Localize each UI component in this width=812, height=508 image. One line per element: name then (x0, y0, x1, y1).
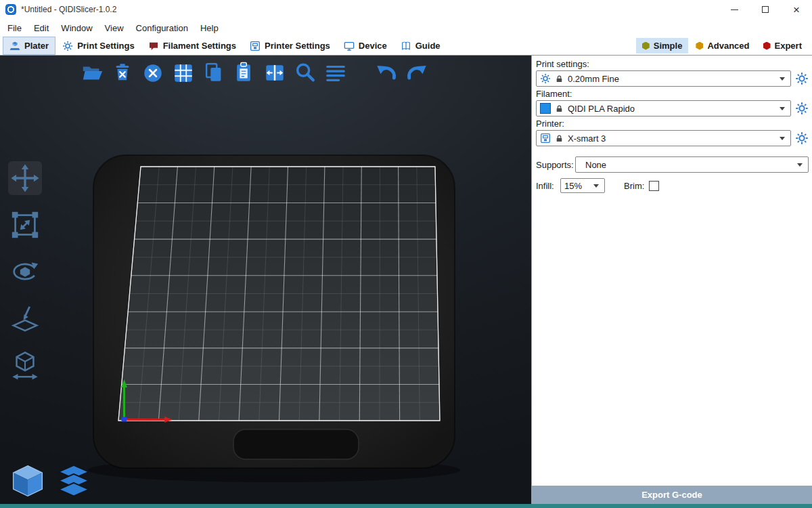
arrange-button[interactable] (171, 60, 196, 85)
redo-button[interactable] (405, 60, 429, 85)
mode-switcher: Simple Advanced Expert (636, 37, 812, 55)
brim-label: Brim: (624, 181, 644, 191)
search-button[interactable] (293, 60, 317, 85)
scale-tool-button[interactable] (8, 208, 42, 242)
title-bar: *Untitled - QIDISlicer-1.0.2 × (0, 0, 812, 19)
filament-label: Filament: (536, 89, 809, 100)
lock-icon (555, 74, 564, 84)
menu-file[interactable]: File (1, 20, 28, 36)
tab-plater[interactable]: Plater (3, 37, 55, 55)
maximize-button[interactable] (750, 0, 781, 19)
menu-configuration[interactable]: Configuration (130, 20, 194, 36)
menu-view[interactable]: View (99, 20, 130, 36)
maximize-icon (762, 6, 769, 13)
menu-help[interactable]: Help (194, 20, 225, 36)
mode-simple[interactable]: Simple (636, 38, 689, 54)
redo-arrow-icon (405, 61, 428, 84)
expert-mode-hexagon-icon (763, 42, 771, 50)
menu-edit[interactable]: Edit (28, 20, 55, 36)
minimize-icon (731, 9, 738, 10)
place-on-face-button[interactable] (8, 301, 42, 335)
dropdown-arrow-icon (780, 77, 785, 81)
printer-label: Printer: (536, 119, 809, 129)
flatten-icon (9, 303, 41, 334)
printer-gear-button[interactable] (795, 131, 809, 145)
tab-filament-settings[interactable]: Filament Settings (141, 37, 243, 55)
cube-width-icon (9, 350, 41, 381)
window-controls: × (719, 0, 812, 19)
supports-select[interactable]: None (575, 156, 809, 173)
lock-icon (555, 104, 564, 114)
add-object-button[interactable] (80, 60, 104, 85)
print-settings-gear-button[interactable] (795, 72, 809, 85)
printer-icon (540, 133, 551, 144)
rotate-tool-button[interactable] (8, 255, 42, 289)
filament-select[interactable]: QIDI PLA Rapido (536, 100, 791, 117)
status-strip (0, 504, 812, 508)
brim-checkbox[interactable] (649, 181, 659, 191)
supports-label: Supports: (536, 160, 575, 170)
mode-label: Simple (654, 41, 683, 51)
delete-button[interactable] (110, 60, 135, 85)
printer-select[interactable]: X-smart 3 (536, 130, 791, 146)
mode-expert[interactable]: Expert (757, 38, 808, 54)
paste-icon (233, 61, 256, 84)
dropdown-arrow-icon (797, 163, 803, 167)
printer-icon (250, 41, 261, 51)
tab-label: Plater (24, 41, 49, 51)
scale-to-fit-button[interactable] (8, 348, 42, 382)
app-logo-icon (5, 4, 16, 15)
layers-stack-icon (56, 463, 91, 499)
rotate-icon (9, 256, 41, 287)
search-icon (294, 61, 317, 84)
open-folder-icon (81, 61, 104, 84)
infill-select[interactable]: 15% (560, 178, 605, 193)
mode-label: Expert (775, 41, 802, 51)
infill-value: 15% (564, 181, 589, 191)
print-settings-select[interactable]: 0.20mm Fine (536, 70, 791, 87)
print-bed (0, 56, 531, 508)
tab-printer-settings[interactable]: Printer Settings (243, 37, 337, 55)
editor-view-button[interactable] (9, 463, 46, 499)
dropdown-arrow-icon (780, 107, 785, 110)
print-settings-label: Print settings: (536, 59, 809, 70)
copy-button[interactable] (202, 60, 226, 85)
close-button[interactable]: × (781, 0, 812, 19)
scale-icon (9, 209, 41, 240)
print-settings-value: 0.20mm Fine (568, 74, 775, 84)
mode-label: Advanced (707, 41, 749, 51)
arrange-grid-icon (172, 61, 195, 84)
layers-lines-icon (324, 61, 347, 84)
filament-icon (148, 41, 159, 51)
delete-all-button[interactable] (141, 60, 165, 85)
infill-label: Infill: (536, 181, 560, 191)
top-toolbar (80, 60, 429, 85)
tab-guide[interactable]: Guide (394, 37, 447, 55)
mode-advanced[interactable]: Advanced (690, 38, 755, 54)
minimize-button[interactable] (719, 0, 750, 19)
viewport-3d[interactable] (0, 56, 531, 508)
trash-icon (111, 61, 134, 84)
dropdown-arrow-icon (593, 184, 599, 188)
gear-icon (540, 73, 551, 84)
menu-window[interactable]: Window (55, 20, 98, 36)
layer-height-button[interactable] (323, 60, 348, 85)
gear-icon (62, 41, 73, 51)
tab-print-settings[interactable]: Print Settings (55, 37, 141, 55)
guide-icon (401, 41, 411, 51)
advanced-mode-hexagon-icon (696, 42, 703, 50)
device-icon (344, 41, 355, 51)
window-title: *Untitled - QIDISlicer-1.0.2 (21, 5, 116, 14)
export-gcode-button[interactable]: Export G-code (532, 486, 812, 504)
move-arrows-icon (9, 163, 41, 194)
move-tool-button[interactable] (8, 161, 42, 195)
split-icon (263, 61, 286, 84)
filament-gear-button[interactable] (795, 102, 809, 115)
tab-device[interactable]: Device (337, 37, 394, 55)
preview-view-button[interactable] (55, 463, 92, 499)
split-objects-button[interactable] (263, 60, 287, 85)
paste-button[interactable] (232, 60, 256, 85)
sidebar: Print settings: 0.20mm Fine Filament: QI… (531, 56, 812, 508)
tab-label: Filament Settings (163, 41, 236, 51)
undo-button[interactable] (374, 60, 399, 85)
